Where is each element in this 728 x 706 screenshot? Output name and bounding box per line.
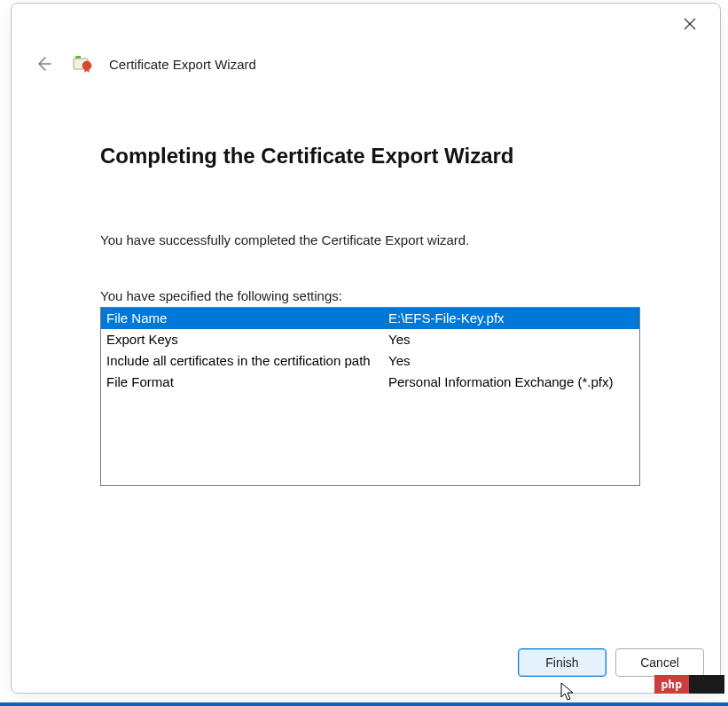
setting-value: E:\EFS-File-Key.pfx: [383, 308, 639, 329]
table-row[interactable]: File FormatPersonal Information Exchange…: [101, 372, 639, 393]
finish-button[interactable]: Finish: [518, 648, 607, 677]
wizard-footer: Finish Cancel: [518, 648, 704, 677]
certificate-icon: [72, 53, 93, 75]
watermark-dark: [689, 675, 724, 694]
setting-key: File Name: [101, 308, 383, 329]
setting-value: Yes: [383, 350, 639, 372]
page-heading: Completing the Certificate Export Wizard: [100, 144, 640, 169]
setting-key: File Format: [101, 372, 383, 393]
svg-rect-4: [75, 56, 81, 59]
settings-table: File NameE:\EFS-File-Key.pfxExport KeysY…: [101, 308, 639, 393]
arrow-left-icon: [35, 55, 52, 73]
settings-label: You have specified the following setting…: [100, 288, 640, 303]
php-badge: php: [654, 675, 689, 694]
table-row[interactable]: Export KeysYes: [101, 329, 639, 350]
wizard-header: Certificate Export Wizard: [31, 51, 256, 76]
settings-listbox[interactable]: File NameE:\EFS-File-Key.pfxExport KeysY…: [100, 307, 640, 486]
bottom-strip: [0, 702, 728, 706]
setting-value: Yes: [383, 329, 639, 350]
wizard-content: Completing the Certificate Export Wizard…: [100, 144, 640, 486]
table-row[interactable]: Include all certificates in the certific…: [101, 350, 639, 372]
close-button[interactable]: [672, 11, 708, 37]
setting-key: Export Keys: [101, 329, 383, 350]
table-row[interactable]: File NameE:\EFS-File-Key.pfx: [101, 308, 639, 329]
setting-key: Include all certificates in the certific…: [101, 350, 383, 372]
back-button[interactable]: [31, 51, 56, 76]
watermark: php: [654, 675, 724, 694]
close-icon: [684, 18, 696, 30]
wizard-title: Certificate Export Wizard: [109, 58, 256, 71]
success-message: You have successfully completed the Cert…: [100, 232, 640, 247]
cancel-button[interactable]: Cancel: [615, 648, 704, 677]
setting-value: Personal Information Exchange (*.pfx): [383, 372, 639, 393]
wizard-dialog: Certificate Export Wizard Completing the…: [11, 3, 721, 694]
